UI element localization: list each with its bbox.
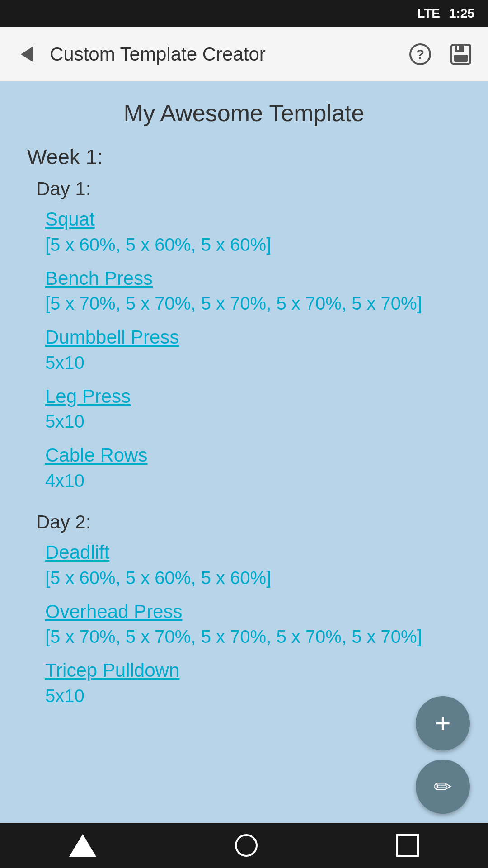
exercise-detail-leg-press: 5x10 xyxy=(45,409,461,434)
exercise-detail-overhead-press: [5 x 70%, 5 x 70%, 5 x 70%, 5 x 70%, 5 x… xyxy=(45,624,461,649)
exercise-cable-rows: Cable Rows 4x10 xyxy=(45,443,461,493)
exercise-name-bench-press[interactable]: Bench Press xyxy=(45,266,461,291)
exercise-overhead-press: Overhead Press [5 x 70%, 5 x 70%, 5 x 70… xyxy=(45,599,461,650)
back-button[interactable] xyxy=(14,41,41,68)
svg-text:?: ? xyxy=(416,47,424,61)
week1-header: Week 1: xyxy=(27,145,461,169)
exercise-name-leg-press[interactable]: Leg Press xyxy=(45,384,461,409)
fab-container: + ✏ xyxy=(416,696,470,814)
exercise-name-cable-rows[interactable]: Cable Rows xyxy=(45,443,461,468)
exercise-name-dumbbell-press[interactable]: Dumbbell Press xyxy=(45,325,461,350)
exercise-squat: Squat [5 x 60%, 5 x 60%, 5 x 60%] xyxy=(45,207,461,257)
exercise-tricep-pulldown: Tricep Pulldown 5x10 xyxy=(45,658,461,708)
exercise-dumbbell-press: Dumbbell Press 5x10 xyxy=(45,325,461,375)
exercise-name-deadlift[interactable]: Deadlift xyxy=(45,540,461,565)
exercise-bench-press: Bench Press [5 x 70%, 5 x 70%, 5 x 70%, … xyxy=(45,266,461,316)
day1-header: Day 1: xyxy=(36,178,461,200)
app-bar: Custom Template Creator ? xyxy=(0,27,488,81)
week1-section: Week 1: Day 1: Squat [5 x 60%, 5 x 60%, … xyxy=(27,145,461,708)
exercise-detail-dumbbell-press: 5x10 xyxy=(45,350,461,375)
day2-section: Day 2: Deadlift [5 x 60%, 5 x 60%, 5 x 6… xyxy=(27,511,461,708)
nav-recent-button[interactable] xyxy=(396,834,419,857)
exercise-name-squat[interactable]: Squat xyxy=(45,207,461,232)
exercise-detail-cable-rows: 4x10 xyxy=(45,468,461,493)
network-indicator: LTE xyxy=(417,6,440,21)
exercise-detail-deadlift: [5 x 60%, 5 x 60%, 5 x 60%] xyxy=(45,565,461,590)
exercise-detail-squat: [5 x 60%, 5 x 60%, 5 x 60%] xyxy=(45,232,461,257)
nav-back-icon xyxy=(69,834,96,857)
exercise-detail-bench-press: [5 x 70%, 5 x 70%, 5 x 70%, 5 x 70%, 5 x… xyxy=(45,291,461,316)
day1-section: Day 1: Squat [5 x 60%, 5 x 60%, 5 x 60%]… xyxy=(27,178,461,493)
day2-header: Day 2: xyxy=(36,511,461,533)
help-icon: ? xyxy=(409,43,432,66)
svg-rect-4 xyxy=(454,55,468,62)
edit-fab-button[interactable]: ✏ xyxy=(416,760,470,814)
app-title: Custom Template Creator xyxy=(50,43,398,65)
svg-rect-5 xyxy=(457,46,459,50)
exercise-leg-press: Leg Press 5x10 xyxy=(45,384,461,434)
time-display: 1:25 xyxy=(449,6,474,21)
save-icon xyxy=(450,43,472,66)
main-content: My Awesome Template Week 1: Day 1: Squat… xyxy=(0,81,488,868)
save-button[interactable] xyxy=(447,41,474,68)
add-fab-button[interactable]: + xyxy=(416,696,470,750)
svg-rect-3 xyxy=(455,45,464,52)
nav-home-button[interactable] xyxy=(235,834,258,857)
nav-home-icon xyxy=(235,834,258,857)
edit-icon: ✏ xyxy=(434,774,452,799)
app-bar-icons: ? xyxy=(407,41,474,68)
exercise-detail-tricep-pulldown: 5x10 xyxy=(45,683,461,708)
exercise-deadlift: Deadlift [5 x 60%, 5 x 60%, 5 x 60%] xyxy=(45,540,461,590)
template-title: My Awesome Template xyxy=(27,99,461,127)
help-button[interactable]: ? xyxy=(407,41,434,68)
add-icon: + xyxy=(435,710,450,737)
nav-bar xyxy=(0,823,488,868)
status-bar: LTE 1:25 xyxy=(0,0,488,27)
nav-back-button[interactable] xyxy=(69,834,96,857)
exercise-name-tricep-pulldown[interactable]: Tricep Pulldown xyxy=(45,658,461,683)
exercise-name-overhead-press[interactable]: Overhead Press xyxy=(45,599,461,624)
nav-recent-icon xyxy=(396,834,419,857)
back-arrow-icon xyxy=(21,46,33,62)
